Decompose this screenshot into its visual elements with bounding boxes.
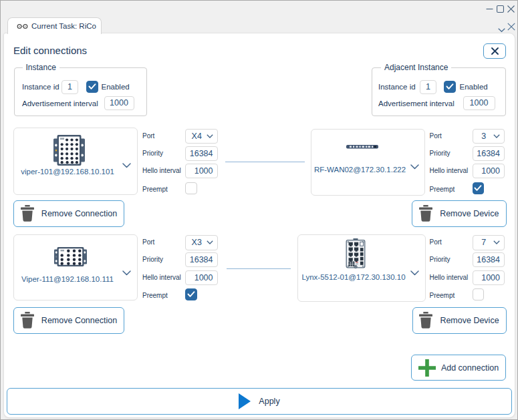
trash-icon <box>21 312 34 329</box>
device-select-chevron-down-icon[interactable] <box>410 160 419 172</box>
instance-enabled-label: Enabled <box>102 79 130 94</box>
hello-interval-input[interactable] <box>473 270 505 285</box>
adjacent-instance-id-input[interactable]: 1 <box>420 80 436 94</box>
instance-id-label: Instance id <box>22 79 59 94</box>
priority-input[interactable] <box>473 252 505 267</box>
param-group-conn1-left: Port X4 Priority Hello interval Preempt <box>142 129 218 196</box>
priority-label: Priority <box>430 256 450 263</box>
chevron-down-icon <box>493 134 500 138</box>
maximize-button[interactable] <box>497 5 504 13</box>
priority-label: Priority <box>142 256 163 263</box>
window-close-button[interactable] <box>507 5 515 13</box>
hello-interval-label: Hello interval <box>430 167 469 174</box>
trash-icon <box>419 312 432 329</box>
plus-icon <box>418 359 436 377</box>
device-card-lynx-5512[interactable]: Lynx-5512-01@172.30.130.10 <box>297 234 426 302</box>
adjacent-adv-interval-input[interactable]: 1000 <box>463 96 495 110</box>
dialog-close-button[interactable] <box>483 43 506 59</box>
param-group-conn1-right: Port 3 Priority Hello interval Preempt <box>430 129 505 196</box>
instance-adv-interval-label: Advertisement interval <box>22 96 98 111</box>
port-select[interactable]: X3 <box>185 235 218 250</box>
add-connection-button[interactable]: Add connection <box>411 355 506 381</box>
remove-connection-label: Remove Connection <box>41 209 117 218</box>
device-select-chevron-down-icon[interactable] <box>410 266 419 278</box>
preempt-label: Preempt <box>142 292 168 299</box>
priority-input[interactable] <box>473 146 505 161</box>
hello-interval-input[interactable] <box>473 164 505 178</box>
adjacent-instance-id-label: Instance id <box>378 79 416 94</box>
port-label: Port <box>142 238 154 246</box>
port-select[interactable]: 3 <box>473 129 505 144</box>
apply-button[interactable]: Apply <box>7 388 512 415</box>
connection-line <box>227 268 291 269</box>
device-name: Lynx-5512-01@172.30.130.10 <box>298 273 409 281</box>
preempt-checkbox[interactable] <box>473 182 485 194</box>
instance-enabled-checkbox[interactable] <box>86 81 98 93</box>
preempt-label: Preempt <box>142 186 168 193</box>
chain-link-icon <box>17 23 28 29</box>
port-label: Port <box>430 132 442 140</box>
priority-label: Priority <box>142 150 163 157</box>
port-value: X4 <box>186 132 207 141</box>
priority-input[interactable] <box>185 252 218 267</box>
preempt-checkbox[interactable] <box>185 182 197 194</box>
instance-adv-interval-input[interactable]: 1000 <box>104 96 134 110</box>
priority-input[interactable] <box>185 146 218 161</box>
port-value: X3 <box>186 238 207 247</box>
remove-connection-label: Remove Connection <box>41 316 117 325</box>
preempt-label: Preempt <box>430 186 455 193</box>
instance-groupbox-legend: Instance <box>23 63 59 72</box>
adjacent-adv-interval-label: Advertisement interval <box>378 96 455 111</box>
port-label: Port <box>142 132 154 140</box>
device-select-chevron-down-icon[interactable] <box>122 266 131 278</box>
minimize-button[interactable] <box>486 5 493 13</box>
priority-label: Priority <box>430 150 450 157</box>
remove-connection-button-2[interactable]: Remove Connection <box>13 307 124 334</box>
device-card-viper-111[interactable]: Viper-111@192.168.10.111 <box>13 234 138 300</box>
device-card-viper-101[interactable]: viper-101@192.168.10.101 <box>13 128 138 196</box>
hello-interval-input[interactable] <box>185 164 218 178</box>
preempt-label: Preempt <box>430 292 455 299</box>
remove-device-button-2[interactable]: Remove Device <box>412 307 507 334</box>
apply-label: Apply <box>259 397 279 406</box>
play-icon <box>239 393 251 409</box>
remove-device-label: Remove Device <box>440 209 499 218</box>
port-select[interactable]: 7 <box>473 235 505 250</box>
preempt-checkbox[interactable] <box>185 288 197 300</box>
device-name: RF-WAN02@172.30.1.222 <box>311 166 408 174</box>
hello-interval-label: Hello interval <box>142 167 181 174</box>
adjacent-enabled-label: Enabled <box>460 79 488 94</box>
port-select[interactable]: X4 <box>185 129 218 144</box>
device-card-rf-wan02[interactable]: RF-WAN02@172.30.1.222 <box>311 129 425 196</box>
preempt-checkbox[interactable] <box>473 288 485 300</box>
tab-current-task[interactable]: Current Task: RiCo <box>7 17 102 34</box>
chevron-down-icon <box>207 240 213 244</box>
remove-connection-button-1[interactable]: Remove Connection <box>13 200 124 227</box>
lynx-5512-device-image <box>346 238 366 268</box>
port-label: Port <box>430 238 442 246</box>
device-name: Viper-111@192.168.10.111 <box>14 275 121 283</box>
adjacent-instance-groupbox-legend: Adjacent Instance <box>381 63 451 72</box>
instance-id-input[interactable]: 1 <box>61 80 78 94</box>
hello-interval-input[interactable] <box>185 270 218 285</box>
titlebar <box>1 1 517 17</box>
port-value: 7 <box>473 238 494 247</box>
adjacent-enabled-checkbox[interactable] <box>444 81 456 93</box>
chevron-down-icon <box>207 134 213 138</box>
connection-line <box>225 162 305 162</box>
viper-101-device-image <box>53 135 85 166</box>
viper-111-device-image <box>54 247 87 266</box>
app-window: Current Task: RiCo Edit connections Inst… <box>0 0 518 420</box>
add-connection-label: Add connection <box>441 363 499 373</box>
remove-device-button-1[interactable]: Remove Device <box>412 200 507 227</box>
dialog-title: Edit connections <box>13 45 87 56</box>
device-name: viper-101@192.168.10.101 <box>14 168 121 176</box>
param-group-conn2-left: Port X3 Priority Hello interval Preempt <box>142 235 218 302</box>
tab-label: Current Task: RiCo <box>31 22 96 30</box>
hello-interval-label: Hello interval <box>142 274 181 281</box>
tab-close-icon[interactable] <box>507 21 515 33</box>
device-select-chevron-down-icon[interactable] <box>122 159 131 171</box>
trash-icon <box>419 205 432 222</box>
port-value: 3 <box>473 132 494 141</box>
chevron-down-icon <box>493 240 500 244</box>
